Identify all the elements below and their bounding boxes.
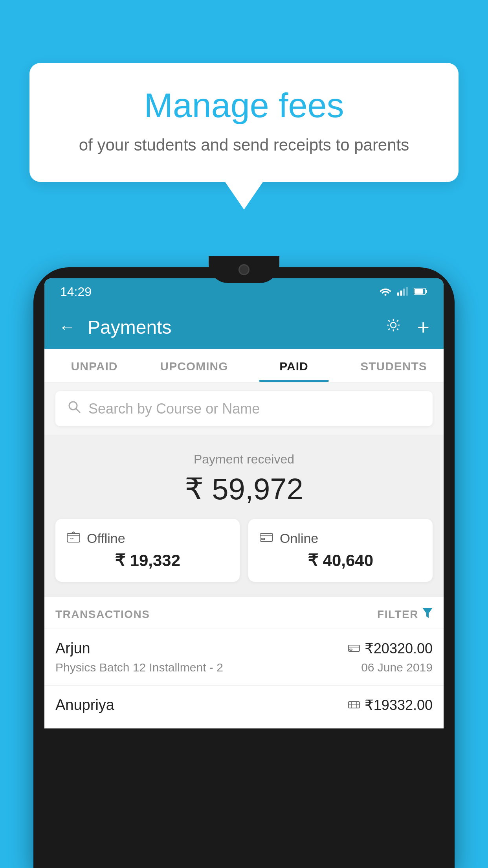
svg-rect-12 [260, 533, 273, 541]
filter-icon [422, 608, 433, 621]
status-time: 14:29 [60, 285, 92, 299]
app-header: ← Payments + [44, 305, 444, 349]
payment-received-label: Payment received [55, 452, 433, 467]
search-container: Search by Course or Name [44, 383, 444, 435]
offline-type-label: Offline [87, 531, 125, 546]
wifi-icon [379, 287, 392, 297]
phone-camera [238, 264, 250, 275]
speech-bubble-title: Manage fees [61, 86, 427, 125]
gear-button[interactable] [385, 316, 402, 338]
add-button[interactable]: + [417, 315, 429, 339]
payment-cards: Offline ₹ 19,332 [55, 519, 433, 582]
tabs-bar: UNPAID UPCOMING PAID STUDENTS [44, 349, 444, 383]
filter-text: FILTER [377, 608, 418, 621]
transactions-label: TRANSACTIONS [55, 608, 150, 621]
tab-upcoming[interactable]: UPCOMING [144, 349, 244, 382]
payment-received-section: Payment received ₹ 59,972 [44, 435, 444, 596]
tab-unpaid[interactable]: UNPAID [44, 349, 144, 382]
speech-bubble-subtitle: of your students and send receipts to pa… [61, 136, 427, 154]
svg-line-10 [76, 408, 80, 413]
tab-paid[interactable]: PAID [244, 349, 344, 382]
online-payment-card: Online ₹ 40,640 [248, 519, 433, 582]
transaction-cash-icon [348, 699, 360, 712]
svg-rect-2 [400, 291, 402, 296]
transaction-main-row: Arjun ₹20320.00 [55, 640, 433, 657]
phone-container: 14:29 [33, 267, 455, 868]
speech-bubble-arrow [225, 182, 263, 210]
phone-notch [209, 256, 279, 283]
svg-rect-16 [350, 649, 352, 650]
signal-icon [397, 287, 408, 297]
header-title: Payments [88, 316, 377, 338]
transaction-card-icon [348, 642, 360, 655]
transaction-amount-wrapper: ₹20320.00 [348, 640, 433, 657]
transaction-row[interactable]: Anupriya ₹19332.00 [44, 685, 444, 728]
svg-rect-13 [262, 538, 265, 540]
svg-marker-14 [422, 608, 433, 618]
online-icon [259, 531, 273, 546]
payment-total-amount: ₹ 59,972 [55, 471, 433, 506]
transaction-amount: ₹19332.00 [365, 697, 433, 714]
offline-icon [66, 531, 81, 546]
svg-rect-1 [397, 292, 399, 296]
search-placeholder-text: Search by Course or Name [88, 401, 260, 417]
search-icon [67, 400, 81, 417]
phone-screen: 14:29 [44, 278, 444, 728]
svg-rect-7 [415, 289, 423, 294]
filter-button[interactable]: FILTER [377, 608, 433, 621]
speech-bubble: Manage fees of your students and send re… [29, 63, 459, 182]
svg-point-0 [385, 294, 387, 296]
offline-payment-card: Offline ₹ 19,332 [55, 519, 240, 582]
offline-card-top: Offline [66, 531, 229, 546]
speech-bubble-container: Manage fees of your students and send re… [29, 63, 459, 210]
back-button[interactable]: ← [59, 317, 76, 337]
offline-amount: ₹ 19,332 [66, 551, 229, 570]
transaction-row[interactable]: Arjun ₹20320.00 Physics Batch 1 [44, 629, 444, 685]
svg-rect-3 [403, 289, 405, 296]
status-icons [379, 287, 428, 297]
svg-rect-6 [426, 290, 427, 293]
transaction-amount: ₹20320.00 [365, 640, 433, 657]
transaction-main-row: Anupriya ₹19332.00 [55, 697, 433, 714]
online-type-label: Online [280, 531, 318, 546]
online-card-top: Online [259, 531, 422, 546]
svg-rect-4 [406, 287, 408, 296]
battery-icon [414, 287, 428, 297]
transaction-course: Physics Batch 12 Installment - 2 [55, 661, 223, 674]
online-amount: ₹ 40,640 [259, 551, 422, 570]
transactions-header: TRANSACTIONS FILTER [44, 596, 444, 629]
transaction-name: Arjun [55, 640, 90, 657]
search-bar[interactable]: Search by Course or Name [55, 391, 433, 426]
phone-outer: 14:29 [33, 267, 455, 868]
transaction-date: 06 June 2019 [361, 661, 433, 674]
transaction-amount-wrapper: ₹19332.00 [348, 697, 433, 714]
transaction-sub-row: Physics Batch 12 Installment - 2 06 June… [55, 661, 433, 674]
tab-students[interactable]: STUDENTS [344, 349, 444, 382]
transaction-name: Anupriya [55, 697, 114, 714]
svg-point-8 [391, 322, 396, 328]
